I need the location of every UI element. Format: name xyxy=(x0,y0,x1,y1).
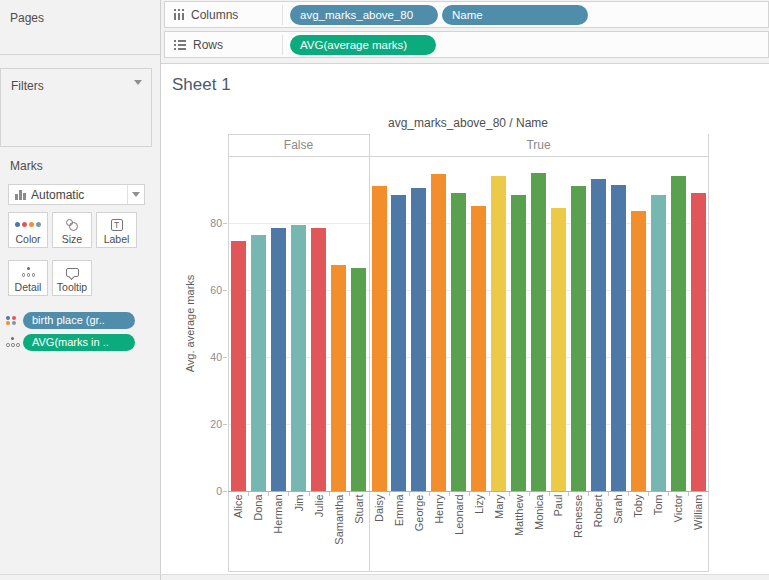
bar[interactable] xyxy=(651,195,666,492)
x-axis-label[interactable]: Renesse xyxy=(572,495,585,567)
filters-label: Filters xyxy=(11,79,44,93)
x-axis-label[interactable]: Toby xyxy=(632,495,645,567)
x-axis-label[interactable]: Daisy xyxy=(373,495,386,567)
tooltip-bubble-icon xyxy=(66,268,79,277)
x-axis-label[interactable]: Matthew xyxy=(512,495,525,567)
bar[interactable] xyxy=(372,186,387,491)
size-button[interactable]: Size xyxy=(52,212,92,248)
bar[interactable] xyxy=(551,208,566,491)
x-tick xyxy=(549,492,550,496)
x-axis-label[interactable]: Mary xyxy=(492,495,505,567)
bar[interactable] xyxy=(271,228,286,491)
chevron-down-icon[interactable] xyxy=(134,80,142,85)
x-axis-label[interactable]: Lizy xyxy=(472,495,485,567)
detail-button[interactable]: Detail xyxy=(8,260,48,296)
size-button-label: Size xyxy=(62,233,82,245)
bar[interactable] xyxy=(451,193,466,491)
bar-chart: 020406080FalseAliceDonaHermanJimJulieSam… xyxy=(161,64,769,575)
marks-pill-row: AVG(marks in .. xyxy=(6,334,158,351)
x-axis-label[interactable]: Robert xyxy=(592,495,605,567)
y-tick xyxy=(223,357,227,358)
bar[interactable] xyxy=(351,268,366,491)
marks-pill-birth-place[interactable]: birth place (gr.. xyxy=(23,312,135,329)
x-tick xyxy=(469,492,470,496)
filters-shelf[interactable]: Filters xyxy=(0,68,152,147)
x-tick xyxy=(668,492,669,496)
pages-shelf[interactable]: Pages xyxy=(0,0,160,55)
bar[interactable] xyxy=(411,188,426,491)
bar[interactable] xyxy=(491,176,506,491)
label-button[interactable]: T Label xyxy=(96,212,137,248)
x-tick xyxy=(248,492,249,496)
x-tick xyxy=(568,492,569,496)
bar[interactable] xyxy=(611,185,626,492)
window-bottom-strip xyxy=(161,575,769,580)
color-button[interactable]: Color xyxy=(8,212,48,248)
y-tick xyxy=(223,223,227,224)
bar[interactable] xyxy=(391,195,406,492)
y-tick-label: 60 xyxy=(186,284,222,297)
bar[interactable] xyxy=(691,193,706,491)
x-axis-label[interactable]: George xyxy=(412,495,425,567)
mark-type-value: Automatic xyxy=(31,188,127,202)
bar[interactable] xyxy=(571,186,586,491)
pane-border xyxy=(369,134,370,571)
x-axis-label[interactable]: William xyxy=(692,495,705,567)
x-axis-label[interactable]: Emma xyxy=(392,495,405,567)
x-axis-label[interactable]: Stuart xyxy=(352,495,365,567)
bar[interactable] xyxy=(331,265,346,491)
bar[interactable] xyxy=(671,176,686,491)
x-tick xyxy=(588,492,589,496)
sidebar: Pages Filters Marks Automatic Color Size xyxy=(0,0,161,580)
x-axis-label[interactable]: Dona xyxy=(252,495,265,567)
bar[interactable] xyxy=(291,225,306,491)
x-axis-label[interactable]: Victor xyxy=(672,495,685,567)
bar[interactable] xyxy=(471,206,486,491)
marks-pill-row: birth place (gr.. xyxy=(6,312,158,329)
bar[interactable] xyxy=(251,235,266,491)
x-axis-label[interactable]: Leonard xyxy=(452,495,465,567)
shelf-separator xyxy=(282,5,283,25)
x-axis-label[interactable]: Tom xyxy=(652,495,665,567)
x-axis-label[interactable]: Monica xyxy=(532,495,545,567)
color-dots-icon xyxy=(15,217,41,232)
rows-shelf[interactable]: Rows AVG(average marks) xyxy=(164,31,769,58)
x-tick xyxy=(489,492,490,496)
color-dots-icon xyxy=(6,316,16,326)
y-tick-label: 20 xyxy=(186,418,222,431)
label-button-label: Label xyxy=(104,233,130,245)
pill-avg-average-marks[interactable]: AVG(average marks) xyxy=(290,35,436,55)
mark-type-dropdown[interactable]: Automatic xyxy=(8,184,145,205)
panel-header[interactable]: False xyxy=(228,134,369,156)
x-tick xyxy=(329,492,330,496)
x-axis-label[interactable]: Paul xyxy=(552,495,565,567)
x-axis-label[interactable]: Samantha xyxy=(332,495,345,567)
bar[interactable] xyxy=(431,174,446,491)
pill-avg-marks-above-80[interactable]: avg_marks_above_80 xyxy=(290,5,438,25)
detail-button-label: Detail xyxy=(15,281,42,293)
tooltip-button[interactable]: Tooltip xyxy=(52,260,92,296)
panel-header[interactable]: True xyxy=(369,134,708,156)
bar[interactable] xyxy=(231,241,246,491)
rows-icon xyxy=(174,40,186,50)
bar[interactable] xyxy=(591,179,606,491)
columns-shelf[interactable]: Columns avg_marks_above_80 Name xyxy=(164,1,769,28)
x-axis-label[interactable]: Herman xyxy=(272,495,285,567)
x-axis-label[interactable]: Sarah xyxy=(612,495,625,567)
bar[interactable] xyxy=(511,195,526,492)
y-tick xyxy=(223,491,227,492)
columns-icon xyxy=(174,9,184,20)
x-axis-label[interactable]: Jim xyxy=(292,495,305,567)
chevron-down-icon xyxy=(132,192,140,197)
x-axis-label[interactable]: Alice xyxy=(232,495,245,567)
pill-name[interactable]: Name xyxy=(442,5,588,25)
x-tick xyxy=(309,492,310,496)
bar[interactable] xyxy=(311,228,326,491)
marks-pill-avg-marks[interactable]: AVG(marks in .. xyxy=(23,334,135,351)
bar[interactable] xyxy=(631,211,646,491)
mark-type-dropdown-button[interactable] xyxy=(127,185,144,204)
x-axis-label[interactable]: Henry xyxy=(432,495,445,567)
y-tick-label: 80 xyxy=(186,217,222,230)
x-axis-label[interactable]: Julie xyxy=(312,495,325,567)
bar[interactable] xyxy=(531,173,546,491)
